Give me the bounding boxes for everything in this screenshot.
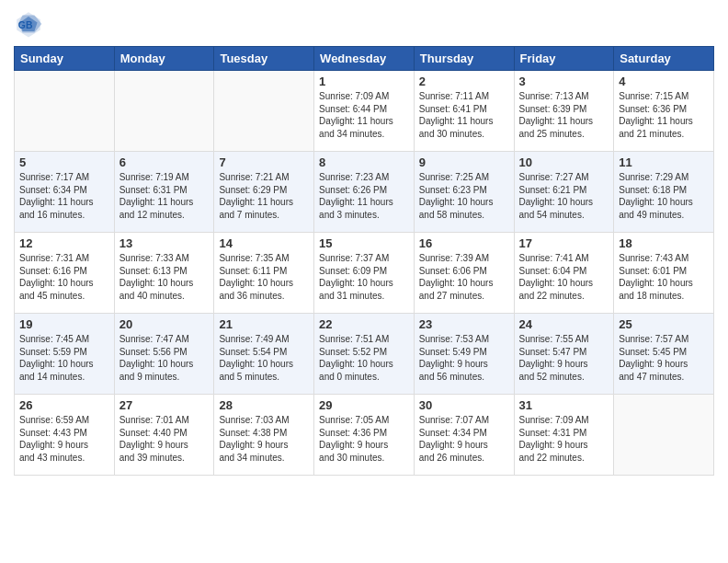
header: GB <box>14 9 714 39</box>
day-info: Sunrise: 7:27 AM Sunset: 6:21 PM Dayligh… <box>519 171 609 221</box>
calendar-cell: 27Sunrise: 7:01 AM Sunset: 4:40 PM Dayli… <box>114 395 214 476</box>
day-info: Sunrise: 7:57 AM Sunset: 5:45 PM Dayligh… <box>619 333 709 383</box>
calendar-week-2: 5Sunrise: 7:17 AM Sunset: 6:34 PM Daylig… <box>15 152 714 233</box>
calendar-cell: 17Sunrise: 7:41 AM Sunset: 6:04 PM Dayli… <box>514 233 614 314</box>
day-info: Sunrise: 7:09 AM Sunset: 4:31 PM Dayligh… <box>519 414 609 464</box>
day-number: 7 <box>219 155 309 169</box>
calendar-cell: 23Sunrise: 7:53 AM Sunset: 5:49 PM Dayli… <box>414 314 514 395</box>
day-info: Sunrise: 6:59 AM Sunset: 4:43 PM Dayligh… <box>19 414 109 464</box>
day-info: Sunrise: 7:13 AM Sunset: 6:39 PM Dayligh… <box>519 90 609 140</box>
calendar-cell: 5Sunrise: 7:17 AM Sunset: 6:34 PM Daylig… <box>15 152 115 233</box>
day-number: 20 <box>119 317 210 331</box>
day-number: 17 <box>519 236 609 250</box>
day-number: 30 <box>419 398 509 412</box>
day-number: 31 <box>519 398 609 412</box>
day-number: 23 <box>419 317 509 331</box>
day-number: 22 <box>319 317 409 331</box>
day-info: Sunrise: 7:17 AM Sunset: 6:34 PM Dayligh… <box>19 171 109 221</box>
calendar-week-4: 19Sunrise: 7:45 AM Sunset: 5:59 PM Dayli… <box>15 314 714 395</box>
day-number: 11 <box>619 155 709 169</box>
calendar-cell <box>214 71 314 152</box>
day-header-saturday: Saturday <box>614 47 714 71</box>
day-info: Sunrise: 7:19 AM Sunset: 6:31 PM Dayligh… <box>119 171 210 221</box>
day-info: Sunrise: 7:35 AM Sunset: 6:11 PM Dayligh… <box>219 252 309 302</box>
day-info: Sunrise: 7:01 AM Sunset: 4:40 PM Dayligh… <box>119 414 210 464</box>
calendar-cell: 25Sunrise: 7:57 AM Sunset: 5:45 PM Dayli… <box>614 314 714 395</box>
day-info: Sunrise: 7:15 AM Sunset: 6:36 PM Dayligh… <box>619 90 709 140</box>
day-number: 27 <box>119 398 210 412</box>
day-info: Sunrise: 7:07 AM Sunset: 4:34 PM Dayligh… <box>419 414 509 464</box>
calendar-week-5: 26Sunrise: 6:59 AM Sunset: 4:43 PM Dayli… <box>15 395 714 476</box>
logo: GB <box>14 9 47 39</box>
day-number: 4 <box>619 75 709 88</box>
day-info: Sunrise: 7:23 AM Sunset: 6:26 PM Dayligh… <box>319 171 409 221</box>
calendar-cell: 30Sunrise: 7:07 AM Sunset: 4:34 PM Dayli… <box>414 395 514 476</box>
calendar-cell: 4Sunrise: 7:15 AM Sunset: 6:36 PM Daylig… <box>614 71 714 152</box>
calendar-cell: 3Sunrise: 7:13 AM Sunset: 6:39 PM Daylig… <box>514 71 614 152</box>
day-number: 21 <box>219 317 309 331</box>
day-header-thursday: Thursday <box>414 47 514 71</box>
day-info: Sunrise: 7:49 AM Sunset: 5:54 PM Dayligh… <box>219 333 309 383</box>
day-info: Sunrise: 7:41 AM Sunset: 6:04 PM Dayligh… <box>519 252 609 302</box>
calendar-week-3: 12Sunrise: 7:31 AM Sunset: 6:16 PM Dayli… <box>15 233 714 314</box>
day-number: 29 <box>319 398 409 412</box>
calendar-table: SundayMondayTuesdayWednesdayThursdayFrid… <box>14 46 714 476</box>
day-info: Sunrise: 7:51 AM Sunset: 5:52 PM Dayligh… <box>319 333 409 383</box>
day-number: 3 <box>519 75 609 88</box>
calendar-cell: 8Sunrise: 7:23 AM Sunset: 6:26 PM Daylig… <box>314 152 415 233</box>
calendar-cell: 24Sunrise: 7:55 AM Sunset: 5:47 PM Dayli… <box>514 314 614 395</box>
calendar-cell: 13Sunrise: 7:33 AM Sunset: 6:13 PM Dayli… <box>114 233 214 314</box>
day-number: 19 <box>19 317 109 331</box>
day-info: Sunrise: 7:55 AM Sunset: 5:47 PM Dayligh… <box>519 333 609 383</box>
day-number: 2 <box>419 75 509 88</box>
day-number: 9 <box>419 155 509 169</box>
day-header-monday: Monday <box>114 47 214 71</box>
day-number: 14 <box>219 236 309 250</box>
day-number: 15 <box>319 236 409 250</box>
calendar-cell: 14Sunrise: 7:35 AM Sunset: 6:11 PM Dayli… <box>214 233 314 314</box>
calendar-cell: 21Sunrise: 7:49 AM Sunset: 5:54 PM Dayli… <box>214 314 314 395</box>
calendar-cell: 22Sunrise: 7:51 AM Sunset: 5:52 PM Dayli… <box>314 314 415 395</box>
day-info: Sunrise: 7:11 AM Sunset: 6:41 PM Dayligh… <box>419 90 509 140</box>
calendar-cell: 28Sunrise: 7:03 AM Sunset: 4:38 PM Dayli… <box>214 395 314 476</box>
calendar-cell: 6Sunrise: 7:19 AM Sunset: 6:31 PM Daylig… <box>114 152 214 233</box>
calendar-cell: 29Sunrise: 7:05 AM Sunset: 4:36 PM Dayli… <box>314 395 415 476</box>
logo-icon: GB <box>14 9 43 39</box>
day-info: Sunrise: 7:53 AM Sunset: 5:49 PM Dayligh… <box>419 333 509 383</box>
calendar-cell: 2Sunrise: 7:11 AM Sunset: 6:41 PM Daylig… <box>414 71 514 152</box>
calendar-cell: 12Sunrise: 7:31 AM Sunset: 6:16 PM Dayli… <box>15 233 115 314</box>
day-info: Sunrise: 7:39 AM Sunset: 6:06 PM Dayligh… <box>419 252 509 302</box>
day-info: Sunrise: 7:33 AM Sunset: 6:13 PM Dayligh… <box>119 252 210 302</box>
day-info: Sunrise: 7:09 AM Sunset: 6:44 PM Dayligh… <box>319 90 409 140</box>
day-number: 1 <box>319 75 409 88</box>
calendar-cell: 26Sunrise: 6:59 AM Sunset: 4:43 PM Dayli… <box>15 395 115 476</box>
day-info: Sunrise: 7:05 AM Sunset: 4:36 PM Dayligh… <box>319 414 409 464</box>
day-header-friday: Friday <box>514 47 614 71</box>
day-number: 12 <box>19 236 109 250</box>
calendar-header-row: SundayMondayTuesdayWednesdayThursdayFrid… <box>15 47 714 71</box>
day-number: 6 <box>119 155 210 169</box>
day-number: 5 <box>19 155 109 169</box>
day-number: 13 <box>119 236 210 250</box>
calendar-cell: 31Sunrise: 7:09 AM Sunset: 4:31 PM Dayli… <box>514 395 614 476</box>
calendar-cell <box>114 71 214 152</box>
day-header-sunday: Sunday <box>15 47 115 71</box>
day-number: 8 <box>319 155 409 169</box>
calendar-cell <box>614 395 714 476</box>
calendar-cell: 16Sunrise: 7:39 AM Sunset: 6:06 PM Dayli… <box>414 233 514 314</box>
calendar-cell: 9Sunrise: 7:25 AM Sunset: 6:23 PM Daylig… <box>414 152 514 233</box>
calendar-cell: 15Sunrise: 7:37 AM Sunset: 6:09 PM Dayli… <box>314 233 415 314</box>
day-info: Sunrise: 7:25 AM Sunset: 6:23 PM Dayligh… <box>419 171 509 221</box>
day-number: 16 <box>419 236 509 250</box>
calendar-cell: 1Sunrise: 7:09 AM Sunset: 6:44 PM Daylig… <box>314 71 415 152</box>
main-container: GB SundayMondayTuesdayWednesdayThursdayF… <box>0 0 728 563</box>
day-info: Sunrise: 7:43 AM Sunset: 6:01 PM Dayligh… <box>619 252 709 302</box>
day-header-tuesday: Tuesday <box>214 47 314 71</box>
day-number: 25 <box>619 317 709 331</box>
calendar-cell: 20Sunrise: 7:47 AM Sunset: 5:56 PM Dayli… <box>114 314 214 395</box>
calendar-cell: 11Sunrise: 7:29 AM Sunset: 6:18 PM Dayli… <box>614 152 714 233</box>
calendar-week-1: 1Sunrise: 7:09 AM Sunset: 6:44 PM Daylig… <box>15 71 714 152</box>
day-number: 24 <box>519 317 609 331</box>
day-number: 28 <box>219 398 309 412</box>
day-info: Sunrise: 7:21 AM Sunset: 6:29 PM Dayligh… <box>219 171 309 221</box>
